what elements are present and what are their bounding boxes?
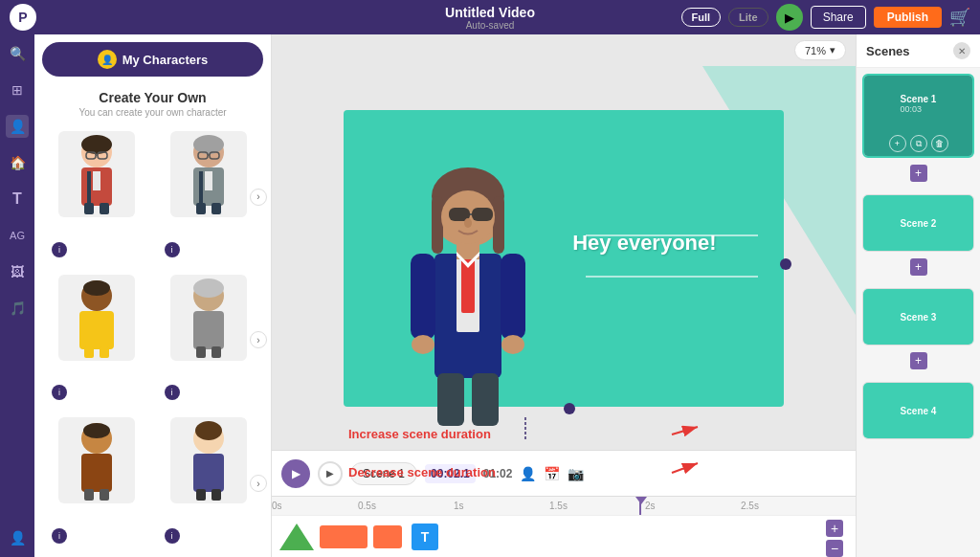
svg-point-27 (193, 278, 224, 298)
scene-card-3-label: Scene 3 (901, 312, 937, 323)
svg-rect-34 (100, 489, 109, 501)
playhead-arrow (635, 497, 647, 504)
sidebar-user-bottom-icon[interactable]: 👤 (6, 526, 29, 549)
timeline-camera-icon[interactable]: 📷 (568, 466, 584, 481)
deco-line-2 (586, 276, 758, 278)
svg-rect-29 (212, 346, 221, 358)
sidebar-scene-icon[interactable]: 🏠 (6, 151, 29, 174)
preview-play-button[interactable]: ▶ (776, 4, 803, 31)
svg-rect-54 (411, 254, 435, 340)
right-resize-handle[interactable] (780, 258, 791, 270)
character-item-1[interactable]: i (42, 127, 151, 267)
add-scene-after-3-button[interactable]: + (910, 352, 927, 369)
char-arrow-6[interactable]: › (250, 475, 267, 492)
svg-rect-46 (493, 196, 504, 254)
character-item-2[interactable]: i › (155, 127, 264, 267)
character-item-5[interactable]: i (42, 413, 151, 553)
svg-rect-36 (193, 454, 224, 492)
svg-rect-59 (472, 373, 499, 426)
svg-rect-31 (81, 454, 112, 492)
topbar-center: Untitled Video Auto-saved (445, 5, 535, 31)
track-shape-orange-1[interactable] (320, 525, 368, 548)
sidebar-ag-icon[interactable]: AG (6, 224, 29, 247)
svg-rect-9 (100, 203, 109, 214)
timeline-user-icon: 👤 (520, 466, 536, 481)
sidebar-image-icon[interactable]: 🖼 (6, 260, 29, 283)
play-icon: ▶ (785, 11, 794, 25)
character-item-6[interactable]: i › (155, 413, 264, 553)
char-arrow-4[interactable]: › (250, 331, 267, 348)
speech-text: Hey everyone! (572, 231, 716, 256)
left-sidebar: 🔍 ⊞ 👤 🏠 T AG 🖼 🎵 👤 (0, 34, 34, 557)
character-item-3[interactable]: i (42, 271, 151, 411)
svg-rect-23 (100, 346, 109, 358)
char-arrow-2[interactable]: › (250, 189, 267, 206)
svg-point-32 (83, 423, 110, 438)
scene-card-1-preview: Scene 1 00:03 (864, 76, 972, 131)
scene-card-3[interactable]: Scene 3 (862, 288, 974, 345)
mode-full-button[interactable]: Full (681, 8, 722, 27)
scenes-close-button[interactable]: ✕ (953, 42, 970, 59)
timeline-play-button[interactable]: ▶ (281, 459, 310, 488)
decrease-duration-button[interactable]: − (826, 540, 843, 557)
topbar-right: Full Lite ▶ Share Publish 🛒 (681, 4, 971, 31)
cart-icon[interactable]: 🛒 (949, 7, 970, 28)
char-badge-3: i (52, 385, 67, 400)
chars-panel-header[interactable]: 👤 My Characters (42, 42, 263, 77)
svg-point-37 (195, 421, 222, 440)
add-scene-after-2-button[interactable]: + (910, 258, 927, 276)
app-subtitle: Auto-saved (445, 20, 535, 31)
mode-lite-button[interactable]: Lite (728, 8, 768, 27)
sidebar-search-icon[interactable]: 🔍 (6, 42, 29, 65)
bottom-resize-handle[interactable] (564, 403, 575, 414)
sidebar-layout-icon[interactable]: ⊞ (6, 78, 29, 101)
scene-card-4-label: Scene 4 (901, 406, 937, 416)
ruler-mark-1: 0.5s (358, 501, 376, 511)
scene-2-add-area: + (859, 255, 977, 279)
sidebar-music-icon[interactable]: 🎵 (6, 297, 29, 320)
timeline-calendar-icon[interactable]: 📅 (544, 466, 560, 481)
chars-panel-title: My Characters (122, 53, 209, 67)
main-layout: 🔍 ⊞ 👤 🏠 T AG 🖼 🎵 👤 👤 My Characters Creat… (0, 34, 980, 557)
scene-card-1[interactable]: Scene 1 00:03 + ⧉ 🗑 (862, 74, 974, 158)
character-figure[interactable] (401, 81, 535, 426)
svg-rect-58 (437, 373, 464, 426)
timeline-bar: ▶ ▶ Scene 1 00:02.1 01:02 👤 📅 📷 (272, 450, 856, 496)
create-own-title[interactable]: Create Your Own (40, 90, 265, 105)
create-own-subtitle: You can create your own character (40, 107, 265, 118)
scene-1-add-area: + (859, 161, 977, 186)
publish-button[interactable]: Publish (874, 7, 942, 28)
timeline-scene-play-button[interactable]: ▶ (318, 461, 343, 486)
scenes-panel-title: Scenes (866, 44, 910, 58)
add-scene-after-1-button[interactable]: + (910, 165, 927, 182)
svg-rect-38 (196, 489, 206, 501)
zoom-indicator[interactable]: 71% ▾ (794, 40, 846, 60)
svg-rect-3 (93, 171, 100, 190)
scene-duplicate-button[interactable]: ⧉ (910, 135, 927, 152)
scene-card-4[interactable]: Scene 4 (862, 382, 974, 439)
increase-duration-button[interactable]: + (826, 520, 843, 537)
sidebar-text-icon[interactable]: T (6, 188, 29, 211)
scene-background[interactable]: Hey everyone! (344, 110, 784, 407)
create-own-section: Create Your Own You can create your own … (34, 84, 271, 123)
svg-rect-49 (472, 208, 493, 221)
scene-card-2[interactable]: Scene 2 (862, 194, 974, 252)
svg-point-14 (193, 135, 224, 154)
scene-add-element-button[interactable]: + (889, 135, 906, 152)
track-shape-text[interactable]: T (412, 524, 438, 550)
share-button[interactable]: Share (811, 6, 866, 29)
timeline-scene-label: Scene 1 (350, 462, 417, 485)
scene-delete-button[interactable]: 🗑 (931, 135, 948, 152)
char-badge-1: i (52, 242, 67, 257)
svg-rect-2 (87, 171, 91, 206)
sidebar-character-icon[interactable]: 👤 (6, 115, 29, 138)
scene-card-2-preview: Scene 2 (863, 195, 973, 251)
track-shape-orange-2[interactable] (373, 525, 402, 548)
svg-point-57 (501, 335, 524, 354)
svg-point-56 (412, 335, 434, 354)
char-badge-2: i (165, 242, 180, 257)
canvas-stage: Hey everyone! (272, 66, 856, 450)
svg-rect-13 (205, 171, 212, 190)
app-logo: P (10, 4, 36, 31)
character-item-4[interactable]: i › (155, 271, 264, 411)
